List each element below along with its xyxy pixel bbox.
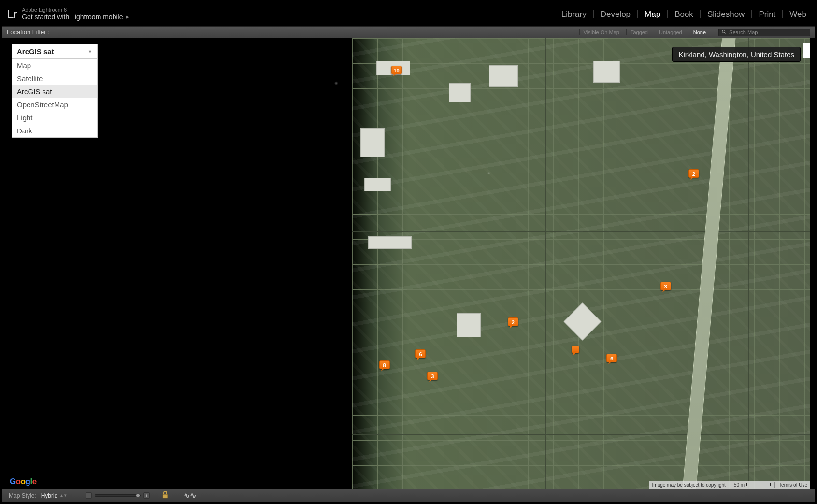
photo-marker[interactable]: 6 [415,349,426,358]
filter-untagged[interactable]: Untagged [655,29,686,35]
scale-bar: 50 m [734,482,771,488]
map-type-dropdown[interactable]: ArcGIS sat ▼ Map Satellite ArcGIS sat Op… [12,44,98,138]
header-info: Adobe Lightroom 6 Get started with Light… [22,7,129,21]
photo-marker[interactable]: 6 [606,354,617,362]
module-nav: Library Develop Map Book Slideshow Print… [555,10,806,18]
map-style-select[interactable]: Hybrid ▲▼ [41,492,68,499]
g: o [16,477,21,486]
building [449,83,471,102]
lock-button[interactable] [161,490,169,501]
zoom-track[interactable] [95,494,141,497]
city-grid-overlay [352,38,810,489]
g: o [21,477,26,486]
photo-marker[interactable]: 10 [391,66,401,74]
map-type-option-osm[interactable]: OpenStreetMap [12,98,97,111]
header-left: Lr Adobe Lightroom 6 Get started with Li… [7,7,129,22]
map-viewport[interactable]: ▼ ▶ ◀ ArcGIS sat ▼ Map Satellite ArcGIS … [2,38,815,489]
building [593,61,620,83]
search-map-input[interactable] [729,29,807,35]
marker-count: 8 [379,360,390,369]
gps-track-button[interactable]: ∿∿ [184,491,196,500]
updown-icon: ▲▼ [59,493,67,498]
zoom-thumb[interactable] [136,493,140,498]
map-type-option-arcgis[interactable]: ArcGIS sat [12,85,97,98]
search-map-wrap[interactable] [718,29,810,36]
zoom-in-button[interactable]: + [143,492,150,499]
filter-none[interactable]: None [689,29,710,35]
building [360,128,385,157]
building [489,65,518,87]
chevron-down-icon: ▼ [88,49,92,54]
photo-marker[interactable]: 8 [379,360,390,369]
divider [730,482,730,488]
marker-count: 2 [508,317,518,326]
g: e [32,477,37,486]
nav-map[interactable]: Map [638,10,668,18]
play-icon: ▶ [126,14,129,20]
marker-count [572,346,579,353]
nav-print[interactable]: Print [752,10,783,18]
photo-marker[interactable]: 3 [427,372,438,380]
building [368,236,412,249]
map-type-selected[interactable]: ArcGIS sat ▼ [12,44,98,59]
scale-text: 50 m [734,482,745,488]
nav-develop[interactable]: Develop [594,10,638,18]
photo-marker[interactable] [572,346,579,353]
marker-count: 6 [606,354,617,362]
lock-icon [161,490,169,499]
nav-library[interactable]: Library [555,10,594,18]
map-toolbar: ▲ Map Style: Hybrid ▲▼ − + ∿∿ [2,489,815,502]
scale-line-icon [746,483,771,486]
get-started-text: Get started with Lightroom mobile [22,13,123,21]
map-type-option-dark[interactable]: Dark [12,124,97,137]
g: g [26,477,30,486]
map-type-option-map[interactable]: Map [12,59,97,72]
map-type-selected-text: ArcGIS sat [17,47,54,56]
nav-book[interactable]: Book [668,10,701,18]
location-filter-label: Location Filter : [7,29,50,36]
photo-marker[interactable]: 2 [508,317,518,326]
photo-marker[interactable]: 3 [660,282,671,290]
map-style-label: Map Style: [9,492,36,499]
building [457,313,481,337]
marker-count: 3 [427,372,438,380]
terms-link[interactable]: Terms of Use [779,482,807,488]
location-filter-bar: Location Filter : Visible On Map Tagged … [2,26,815,38]
svg-line-1 [725,33,726,34]
marker-count: 6 [415,349,426,358]
map-type-option-light[interactable]: Light [12,111,97,124]
app-header: Lr Adobe Lightroom 6 Get started with Li… [2,2,815,26]
location-label: Kirkland, Washington, United States [672,47,801,62]
map-type-options: Map Satellite ArcGIS sat OpenStreetMap L… [12,59,98,138]
copyright-text: Image may be subject to copyright [652,482,726,488]
marker-count: 10 [391,66,401,74]
expand-left-icon[interactable]: ▶ [3,261,7,266]
g: G [10,477,16,486]
building [364,178,391,191]
zoom-slider: − + [86,492,150,499]
filter-tagged[interactable]: Tagged [626,29,652,35]
search-icon [722,29,727,35]
lr-logo: Lr [7,7,17,22]
collapse-button[interactable] [803,43,811,58]
photo-marker[interactable]: 2 [688,169,699,178]
zoom-out-button[interactable]: − [86,492,92,499]
map-type-option-satellite[interactable]: Satellite [12,72,97,85]
nav-web[interactable]: Web [783,10,806,18]
app-name-label: Adobe Lightroom 6 [22,7,129,13]
map-style-value: Hybrid [41,492,58,499]
nav-slideshow[interactable]: Slideshow [701,10,752,18]
marker-count: 3 [660,282,671,290]
google-logo: Google [10,477,37,487]
divider [774,482,775,488]
svg-point-0 [722,30,725,33]
expand-right-icon[interactable]: ◀ [810,261,814,266]
filter-visible-on-map[interactable]: Visible On Map [579,29,623,35]
marker-count: 2 [688,169,699,178]
svg-rect-2 [163,494,168,498]
map-attribution: Image may be subject to copyright 50 m T… [649,481,810,489]
get-started-link[interactable]: Get started with Lightroom mobile ▶ [22,13,129,21]
